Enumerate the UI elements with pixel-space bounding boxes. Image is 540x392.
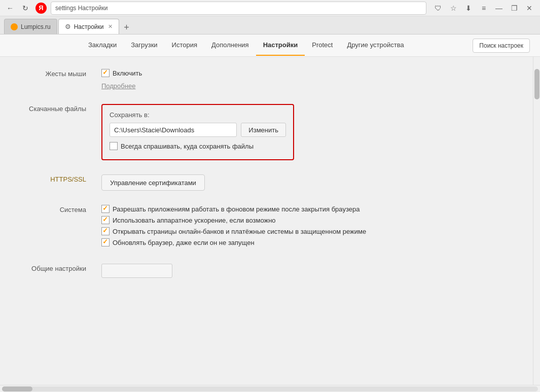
tab-settings[interactable]: ⚙ Настройки ✕ xyxy=(58,19,119,34)
nav-links: Закладки Загрузки История Дополнения Нас… xyxy=(81,35,411,56)
downloaded-files-content: Сохранять в: Изменить Всегда спрашивать,… xyxy=(101,104,513,160)
nav-protect[interactable]: Protect xyxy=(305,35,340,56)
other-settings-content xyxy=(101,264,513,278)
always-ask-row: Всегда спрашивать, куда сохранять файлы xyxy=(110,142,286,150)
settings-nav-bar: Закладки Загрузки История Дополнения Нас… xyxy=(0,34,540,57)
auto-update-checkbox[interactable] xyxy=(101,238,110,246)
hw-accel-row: Использовать аппаратное ускорение, если … xyxy=(101,216,513,224)
bg-mode-row: Разрешать приложениям работать в фоновом… xyxy=(101,205,513,213)
manage-certs-button[interactable]: Управление сертификатами xyxy=(101,174,205,191)
other-settings-dropdown[interactable] xyxy=(101,264,172,278)
system-content: Разрешать приложениям работать в фоновом… xyxy=(101,205,513,250)
other-settings-label: Общие настройки xyxy=(20,264,101,272)
mouse-gestures-label: Жесты мыши xyxy=(20,69,101,78)
https-ssl-label: HTTPS/SSL xyxy=(20,174,101,183)
tab-close-icon[interactable]: ✕ xyxy=(108,23,113,30)
vertical-scrollbar-thumb[interactable] xyxy=(534,69,539,99)
mouse-gestures-checkbox[interactable] xyxy=(101,69,110,77)
horizontal-scrollbar[interactable] xyxy=(0,385,540,392)
auto-update-row: Обновлять браузер, даже если он не запущ… xyxy=(101,238,513,246)
download-path-input[interactable] xyxy=(110,123,237,137)
bank-mode-label: Открывать страницы онлайн-банков и платё… xyxy=(113,228,366,235)
restore-button[interactable]: ❐ xyxy=(508,2,521,15)
nav-other-devices[interactable]: Другие устройства xyxy=(340,35,411,56)
downloaded-files-section: Скачанные файлы Сохранять в: Изменить Вс… xyxy=(20,104,513,160)
search-settings-button[interactable]: Поиск настроек xyxy=(473,39,530,53)
save-to-label: Сохранять в: xyxy=(110,111,286,119)
hw-accel-checkbox[interactable] xyxy=(101,216,110,224)
main-settings-area: Жесты мыши Включить Подробнее Скачанные … xyxy=(0,57,533,385)
change-path-button[interactable]: Изменить xyxy=(241,123,286,137)
horizontal-scrollbar-thumb[interactable] xyxy=(2,386,32,391)
star-icon-button[interactable]: ☆ xyxy=(447,2,460,15)
downloaded-files-label: Скачанные файлы xyxy=(20,104,101,113)
path-row: Изменить xyxy=(110,123,286,137)
system-label: Система xyxy=(20,205,101,213)
auto-update-label: Обновлять браузер, даже если он не запущ… xyxy=(113,239,255,246)
vertical-scrollbar[interactable] xyxy=(533,57,540,385)
yandex-logo: Я xyxy=(35,3,47,14)
nav-history[interactable]: История xyxy=(165,35,204,56)
https-ssl-section: HTTPS/SSL Управление сертификатами xyxy=(20,174,513,191)
download-icon-button[interactable]: ⬇ xyxy=(462,2,475,15)
https-ssl-content: Управление сертификатами xyxy=(101,174,513,191)
mouse-gestures-enable-label: Включить xyxy=(113,69,142,77)
address-text: settings Настройки xyxy=(55,5,108,12)
bank-mode-checkbox[interactable] xyxy=(101,227,110,235)
nav-addons[interactable]: Дополнения xyxy=(204,35,256,56)
bg-mode-label: Разрешать приложениям работать в фоновом… xyxy=(113,205,359,213)
close-button[interactable]: ✕ xyxy=(523,2,536,15)
horizontal-scrollbar-track xyxy=(2,386,538,391)
minimize-button[interactable]: — xyxy=(492,2,506,15)
always-ask-checkbox[interactable] xyxy=(110,142,118,150)
always-ask-label: Всегда спрашивать, куда сохранять файлы xyxy=(121,142,254,150)
menu-button[interactable]: ≡ xyxy=(477,2,490,15)
download-box: Сохранять в: Изменить Всегда спрашивать,… xyxy=(101,104,294,160)
tab-settings-label: Настройки xyxy=(74,23,104,30)
settings-gear-icon: ⚙ xyxy=(65,23,71,30)
mouse-gestures-enable-row: Включить xyxy=(101,69,513,77)
new-tab-button[interactable]: + xyxy=(120,21,133,34)
tab-lumpics-label: Lumpics.ru xyxy=(21,23,51,30)
protect-icon-button[interactable]: 🛡 xyxy=(431,2,445,15)
refresh-button[interactable]: ↻ xyxy=(19,2,31,14)
nav-downloads[interactable]: Загрузки xyxy=(124,35,164,56)
bank-mode-row: Открывать страницы онлайн-банков и платё… xyxy=(101,227,513,235)
lumpics-favicon xyxy=(11,23,18,30)
mouse-gestures-section: Жесты мыши Включить Подробнее xyxy=(20,69,513,90)
address-bar: settings Настройки xyxy=(51,2,426,15)
other-settings-section: Общие настройки xyxy=(20,264,513,278)
bg-mode-checkbox[interactable] xyxy=(101,205,110,213)
mouse-gestures-more-link[interactable]: Подробнее xyxy=(101,82,135,90)
back-button[interactable]: ← xyxy=(4,2,16,14)
mouse-gestures-content: Включить Подробнее xyxy=(101,69,513,90)
nav-bookmarks[interactable]: Закладки xyxy=(81,35,124,56)
tab-lumpics[interactable]: Lumpics.ru xyxy=(4,19,57,34)
hw-accel-label: Использовать аппаратное ускорение, если … xyxy=(113,217,276,224)
nav-settings[interactable]: Настройки xyxy=(256,35,305,56)
system-section: Система Разрешать приложениям работать в… xyxy=(20,205,513,250)
